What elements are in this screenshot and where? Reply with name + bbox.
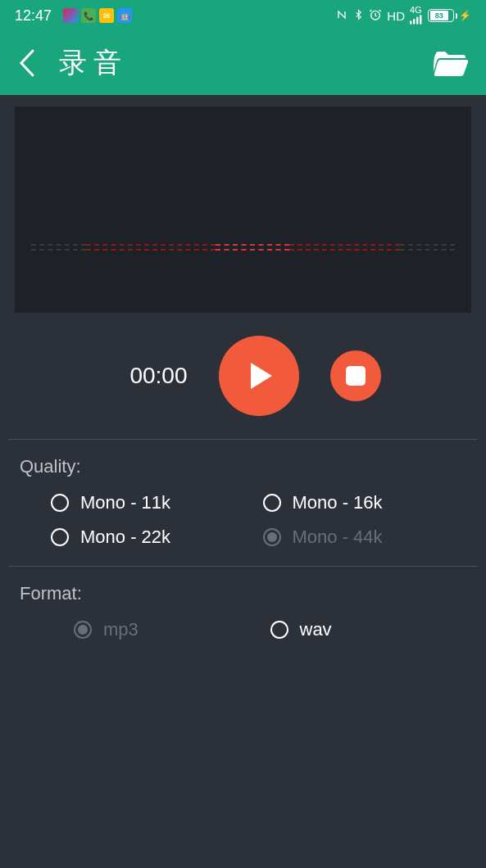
quality-label: Quality:	[20, 456, 466, 477]
radio-label: mp3	[103, 619, 139, 640]
battery-indicator: 83 ⚡	[428, 9, 471, 22]
radio-label: Mono - 44k	[293, 527, 383, 548]
radio-label: Mono - 16k	[293, 492, 383, 513]
quality-option-16k[interactable]: Mono - 16k	[263, 492, 467, 513]
radio-icon	[51, 528, 69, 546]
quality-option-44k: Mono - 44k	[263, 527, 467, 548]
stop-icon	[346, 366, 366, 386]
format-section: Format: mp3 wav	[8, 567, 478, 658]
folder-button[interactable]	[434, 49, 468, 77]
back-button[interactable]	[18, 47, 38, 79]
recorder-controls: 00:00	[8, 336, 478, 439]
status-app-icons: 📞 ✉ 🤖	[63, 8, 132, 23]
quality-section: Quality: Mono - 11k Mono - 16k Mono - 22…	[8, 440, 478, 566]
alarm-icon	[369, 8, 382, 24]
quality-option-22k[interactable]: Mono - 22k	[51, 527, 255, 548]
quality-option-11k[interactable]: Mono - 11k	[51, 492, 255, 513]
waveform-display	[15, 106, 471, 313]
format-label: Format:	[20, 583, 466, 604]
status-time: 12:47	[15, 7, 52, 25]
page-title: 录音	[59, 44, 128, 82]
play-icon	[251, 363, 272, 389]
radio-icon	[51, 494, 69, 512]
timer-display: 00:00	[106, 363, 188, 389]
radio-icon	[74, 621, 92, 639]
radio-icon	[263, 528, 281, 546]
radio-label: Mono - 11k	[80, 492, 170, 513]
stop-button[interactable]	[330, 350, 381, 401]
play-record-button[interactable]	[219, 336, 299, 416]
format-option-wav[interactable]: wav	[270, 619, 467, 640]
radio-icon	[270, 621, 288, 639]
bluetooth-icon	[353, 8, 364, 24]
content: 00:00 Quality: Mono - 11k Mono - 16k Mon…	[8, 95, 478, 868]
hd-indicator: HD	[387, 9, 405, 23]
radio-icon	[263, 494, 281, 512]
format-option-mp3: mp3	[74, 619, 270, 640]
network-indicator: 4G	[410, 5, 423, 26]
app-bar: 录音	[0, 31, 486, 95]
radio-label: Mono - 22k	[80, 527, 170, 548]
status-bar: 12:47 📞 ✉ 🤖 HD 4G 83 ⚡	[0, 0, 486, 31]
radio-label: wav	[300, 619, 332, 640]
status-left: 12:47 📞 ✉ 🤖	[15, 7, 132, 25]
status-right: HD 4G 83 ⚡	[335, 5, 471, 26]
nfc-icon	[335, 8, 348, 24]
